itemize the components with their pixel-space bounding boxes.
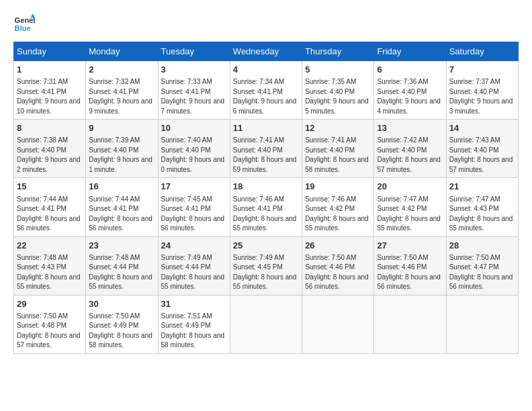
day-info: Sunrise: 7:38 AM Sunset: 4:40 PM Dayligh… <box>17 136 83 175</box>
weekday-header-tuesday: Tuesday <box>158 42 230 61</box>
calendar-header: SundayMondayTuesdayWednesdayThursdayFrid… <box>14 42 519 61</box>
day-info: Sunrise: 7:49 AM Sunset: 4:44 PM Dayligh… <box>161 253 227 292</box>
day-info: Sunrise: 7:41 AM Sunset: 4:40 PM Dayligh… <box>233 136 299 175</box>
day-number: 11 <box>233 122 299 134</box>
calendar-cell <box>230 295 302 353</box>
day-info: Sunrise: 7:46 AM Sunset: 4:42 PM Dayligh… <box>305 195 371 234</box>
calendar-cell: 20Sunrise: 7:47 AM Sunset: 4:42 PM Dayli… <box>374 178 446 236</box>
day-info: Sunrise: 7:48 AM Sunset: 4:43 PM Dayligh… <box>17 253 83 292</box>
weekday-header-thursday: Thursday <box>302 42 374 61</box>
day-number: 3 <box>161 64 227 76</box>
calendar-cell: 13Sunrise: 7:42 AM Sunset: 4:40 PM Dayli… <box>374 120 446 178</box>
day-number: 6 <box>377 64 443 76</box>
calendar-week-1: 1Sunrise: 7:31 AM Sunset: 4:41 PM Daylig… <box>14 61 519 120</box>
calendar-cell: 24Sunrise: 7:49 AM Sunset: 4:44 PM Dayli… <box>158 236 230 295</box>
calendar-cell: 18Sunrise: 7:46 AM Sunset: 4:41 PM Dayli… <box>230 178 302 236</box>
calendar-week-2: 8Sunrise: 7:38 AM Sunset: 4:40 PM Daylig… <box>14 120 519 178</box>
calendar-cell <box>374 295 446 353</box>
day-info: Sunrise: 7:31 AM Sunset: 4:41 PM Dayligh… <box>17 77 83 116</box>
day-info: Sunrise: 7:50 AM Sunset: 4:46 PM Dayligh… <box>377 253 443 292</box>
calendar-cell: 12Sunrise: 7:41 AM Sunset: 4:40 PM Dayli… <box>302 120 374 178</box>
day-number: 18 <box>233 181 299 193</box>
svg-text:Blue: Blue <box>15 24 31 32</box>
weekday-header-saturday: Saturday <box>446 42 518 61</box>
day-info: Sunrise: 7:49 AM Sunset: 4:45 PM Dayligh… <box>233 253 299 292</box>
calendar-cell: 16Sunrise: 7:44 AM Sunset: 4:41 PM Dayli… <box>86 178 158 236</box>
day-info: Sunrise: 7:43 AM Sunset: 4:40 PM Dayligh… <box>449 136 515 175</box>
svg-marker-2 <box>31 13 35 17</box>
day-info: Sunrise: 7:39 AM Sunset: 4:40 PM Dayligh… <box>89 136 154 175</box>
weekday-header-friday: Friday <box>374 42 446 61</box>
day-info: Sunrise: 7:40 AM Sunset: 4:40 PM Dayligh… <box>161 136 227 175</box>
calendar-cell: 3Sunrise: 7:33 AM Sunset: 4:41 PM Daylig… <box>158 61 230 120</box>
day-number: 12 <box>305 122 371 134</box>
day-number: 13 <box>377 122 443 134</box>
weekday-header-monday: Monday <box>86 42 158 61</box>
calendar-cell: 5Sunrise: 7:35 AM Sunset: 4:40 PM Daylig… <box>302 61 374 120</box>
calendar-cell: 17Sunrise: 7:45 AM Sunset: 4:41 PM Dayli… <box>158 178 230 236</box>
day-info: Sunrise: 7:48 AM Sunset: 4:44 PM Dayligh… <box>89 253 154 292</box>
calendar-body: 1Sunrise: 7:31 AM Sunset: 4:41 PM Daylig… <box>14 61 519 354</box>
calendar-cell: 7Sunrise: 7:37 AM Sunset: 4:40 PM Daylig… <box>446 61 518 120</box>
day-info: Sunrise: 7:35 AM Sunset: 4:40 PM Dayligh… <box>305 77 371 116</box>
day-number: 14 <box>449 122 515 134</box>
day-number: 2 <box>89 64 154 76</box>
day-number: 16 <box>89 181 154 193</box>
weekday-header-wednesday: Wednesday <box>230 42 302 61</box>
day-number: 15 <box>17 181 83 193</box>
day-info: Sunrise: 7:46 AM Sunset: 4:41 PM Dayligh… <box>233 195 299 234</box>
calendar-cell: 23Sunrise: 7:48 AM Sunset: 4:44 PM Dayli… <box>86 236 158 295</box>
day-number: 4 <box>233 64 299 76</box>
day-info: Sunrise: 7:50 AM Sunset: 4:48 PM Dayligh… <box>17 312 83 351</box>
day-number: 20 <box>377 181 443 193</box>
day-number: 10 <box>161 122 227 134</box>
day-number: 5 <box>305 64 371 76</box>
calendar-cell: 30Sunrise: 7:50 AM Sunset: 4:49 PM Dayli… <box>86 295 158 353</box>
day-info: Sunrise: 7:47 AM Sunset: 4:43 PM Dayligh… <box>449 195 515 234</box>
day-number: 19 <box>305 181 371 193</box>
day-info: Sunrise: 7:50 AM Sunset: 4:49 PM Dayligh… <box>89 312 154 351</box>
calendar-cell <box>446 295 518 353</box>
calendar-week-4: 22Sunrise: 7:48 AM Sunset: 4:43 PM Dayli… <box>14 236 519 295</box>
page-header: General Blue <box>13 13 519 35</box>
day-number: 17 <box>161 181 227 193</box>
day-info: Sunrise: 7:50 AM Sunset: 4:47 PM Dayligh… <box>449 253 515 292</box>
day-info: Sunrise: 7:33 AM Sunset: 4:41 PM Dayligh… <box>161 77 227 116</box>
day-number: 30 <box>89 298 154 310</box>
day-info: Sunrise: 7:47 AM Sunset: 4:42 PM Dayligh… <box>377 195 443 234</box>
calendar-week-5: 29Sunrise: 7:50 AM Sunset: 4:48 PM Dayli… <box>14 295 519 353</box>
calendar-cell <box>302 295 374 353</box>
calendar-cell: 25Sunrise: 7:49 AM Sunset: 4:45 PM Dayli… <box>230 236 302 295</box>
day-number: 21 <box>449 181 515 193</box>
calendar-cell: 6Sunrise: 7:36 AM Sunset: 4:40 PM Daylig… <box>374 61 446 120</box>
calendar-cell: 21Sunrise: 7:47 AM Sunset: 4:43 PM Dayli… <box>446 178 518 236</box>
calendar-cell: 2Sunrise: 7:32 AM Sunset: 4:41 PM Daylig… <box>86 61 158 120</box>
day-info: Sunrise: 7:34 AM Sunset: 4:41 PM Dayligh… <box>233 77 299 116</box>
calendar-cell: 28Sunrise: 7:50 AM Sunset: 4:47 PM Dayli… <box>446 236 518 295</box>
calendar-cell: 1Sunrise: 7:31 AM Sunset: 4:41 PM Daylig… <box>14 61 86 120</box>
day-info: Sunrise: 7:50 AM Sunset: 4:46 PM Dayligh… <box>305 253 371 292</box>
day-number: 28 <box>449 240 515 252</box>
day-info: Sunrise: 7:42 AM Sunset: 4:40 PM Dayligh… <box>377 136 443 175</box>
day-number: 23 <box>89 240 154 252</box>
day-number: 29 <box>17 298 83 310</box>
calendar-cell: 26Sunrise: 7:50 AM Sunset: 4:46 PM Dayli… <box>302 236 374 295</box>
day-number: 7 <box>449 64 515 76</box>
day-info: Sunrise: 7:41 AM Sunset: 4:40 PM Dayligh… <box>305 136 371 175</box>
day-info: Sunrise: 7:32 AM Sunset: 4:41 PM Dayligh… <box>89 77 154 116</box>
day-number: 25 <box>233 240 299 252</box>
calendar-cell: 31Sunrise: 7:51 AM Sunset: 4:49 PM Dayli… <box>158 295 230 353</box>
calendar-cell: 4Sunrise: 7:34 AM Sunset: 4:41 PM Daylig… <box>230 61 302 120</box>
calendar-cell: 22Sunrise: 7:48 AM Sunset: 4:43 PM Dayli… <box>14 236 86 295</box>
day-number: 31 <box>161 298 227 310</box>
day-number: 8 <box>17 122 83 134</box>
calendar-cell: 27Sunrise: 7:50 AM Sunset: 4:46 PM Dayli… <box>374 236 446 295</box>
weekday-header-sunday: Sunday <box>14 42 86 61</box>
day-number: 26 <box>305 240 371 252</box>
day-number: 1 <box>17 64 83 76</box>
calendar-cell: 15Sunrise: 7:44 AM Sunset: 4:41 PM Dayli… <box>14 178 86 236</box>
day-number: 9 <box>89 122 154 134</box>
calendar-cell: 29Sunrise: 7:50 AM Sunset: 4:48 PM Dayli… <box>14 295 86 353</box>
calendar-cell: 8Sunrise: 7:38 AM Sunset: 4:40 PM Daylig… <box>14 120 86 178</box>
calendar-week-3: 15Sunrise: 7:44 AM Sunset: 4:41 PM Dayli… <box>14 178 519 236</box>
